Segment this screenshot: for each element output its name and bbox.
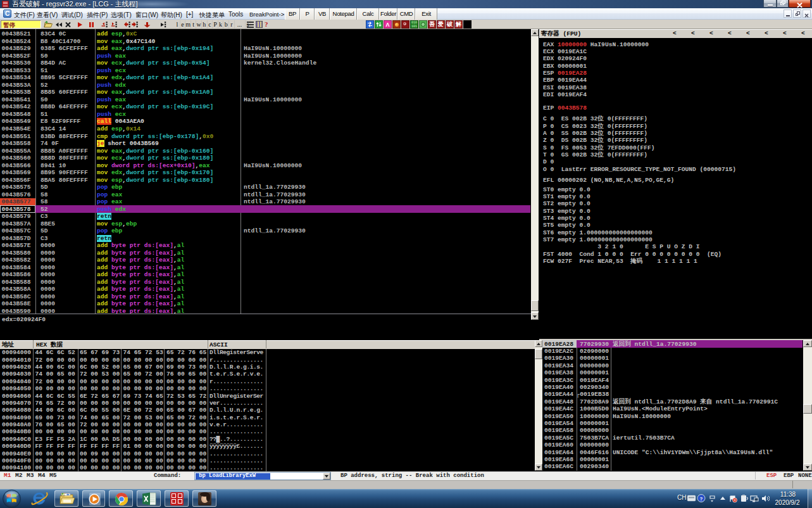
svg-text:?: ? <box>700 495 703 501</box>
